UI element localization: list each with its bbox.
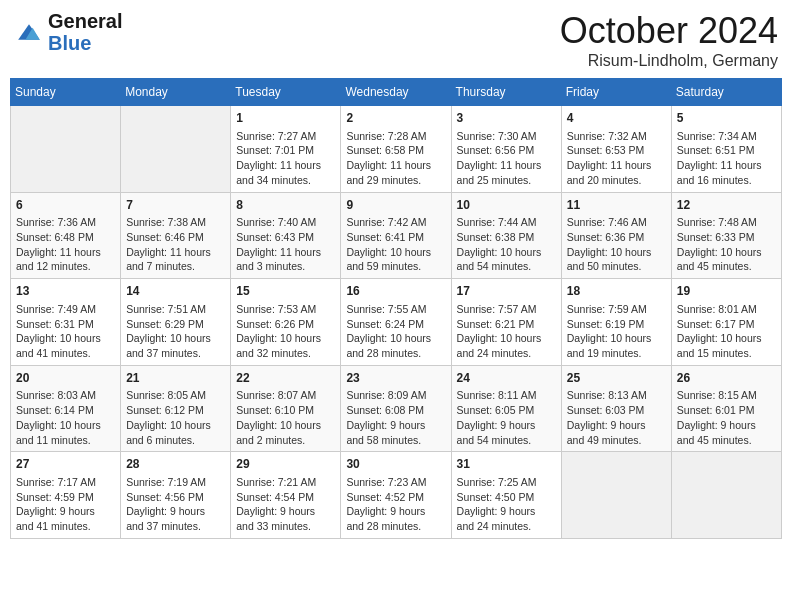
- day-info: Sunrise: 7:46 AM Sunset: 6:36 PM Dayligh…: [567, 215, 666, 274]
- day-info: Sunrise: 7:53 AM Sunset: 6:26 PM Dayligh…: [236, 302, 335, 361]
- day-info: Sunrise: 8:03 AM Sunset: 6:14 PM Dayligh…: [16, 388, 115, 447]
- day-info: Sunrise: 7:44 AM Sunset: 6:38 PM Dayligh…: [457, 215, 556, 274]
- day-number: 14: [126, 283, 225, 300]
- logo: General Blue: [14, 10, 122, 54]
- day-info: Sunrise: 7:17 AM Sunset: 4:59 PM Dayligh…: [16, 475, 115, 534]
- calendar-cell: 29Sunrise: 7:21 AM Sunset: 4:54 PM Dayli…: [231, 452, 341, 539]
- day-info: Sunrise: 7:59 AM Sunset: 6:19 PM Dayligh…: [567, 302, 666, 361]
- calendar-header-row: SundayMondayTuesdayWednesdayThursdayFrid…: [11, 79, 782, 106]
- day-number: 6: [16, 197, 115, 214]
- day-number: 30: [346, 456, 445, 473]
- day-number: 25: [567, 370, 666, 387]
- day-number: 9: [346, 197, 445, 214]
- calendar-cell: 20Sunrise: 8:03 AM Sunset: 6:14 PM Dayli…: [11, 365, 121, 452]
- calendar-cell: 11Sunrise: 7:46 AM Sunset: 6:36 PM Dayli…: [561, 192, 671, 279]
- logo-icon: [14, 23, 44, 41]
- calendar-cell: 21Sunrise: 8:05 AM Sunset: 6:12 PM Dayli…: [121, 365, 231, 452]
- weekday-header-sunday: Sunday: [11, 79, 121, 106]
- calendar-cell: 10Sunrise: 7:44 AM Sunset: 6:38 PM Dayli…: [451, 192, 561, 279]
- calendar-cell: 22Sunrise: 8:07 AM Sunset: 6:10 PM Dayli…: [231, 365, 341, 452]
- calendar-week-row: 20Sunrise: 8:03 AM Sunset: 6:14 PM Dayli…: [11, 365, 782, 452]
- calendar-cell: 14Sunrise: 7:51 AM Sunset: 6:29 PM Dayli…: [121, 279, 231, 366]
- day-number: 23: [346, 370, 445, 387]
- calendar-cell: [121, 106, 231, 193]
- day-info: Sunrise: 7:25 AM Sunset: 4:50 PM Dayligh…: [457, 475, 556, 534]
- calendar-cell: 17Sunrise: 7:57 AM Sunset: 6:21 PM Dayli…: [451, 279, 561, 366]
- calendar-cell: 15Sunrise: 7:53 AM Sunset: 6:26 PM Dayli…: [231, 279, 341, 366]
- day-number: 1: [236, 110, 335, 127]
- day-number: 16: [346, 283, 445, 300]
- logo-text-line1: General: [48, 10, 122, 32]
- logo-text-line2: Blue: [48, 32, 122, 54]
- day-number: 17: [457, 283, 556, 300]
- day-number: 12: [677, 197, 776, 214]
- calendar-week-row: 13Sunrise: 7:49 AM Sunset: 6:31 PM Dayli…: [11, 279, 782, 366]
- day-number: 24: [457, 370, 556, 387]
- day-number: 28: [126, 456, 225, 473]
- day-number: 20: [16, 370, 115, 387]
- calendar-cell: [11, 106, 121, 193]
- calendar-cell: 18Sunrise: 7:59 AM Sunset: 6:19 PM Dayli…: [561, 279, 671, 366]
- day-info: Sunrise: 7:57 AM Sunset: 6:21 PM Dayligh…: [457, 302, 556, 361]
- page-header: General Blue October 2024 Risum-Lindholm…: [10, 10, 782, 70]
- day-number: 29: [236, 456, 335, 473]
- day-number: 13: [16, 283, 115, 300]
- calendar-cell: 9Sunrise: 7:42 AM Sunset: 6:41 PM Daylig…: [341, 192, 451, 279]
- calendar-cell: 28Sunrise: 7:19 AM Sunset: 4:56 PM Dayli…: [121, 452, 231, 539]
- weekday-header-friday: Friday: [561, 79, 671, 106]
- calendar-week-row: 27Sunrise: 7:17 AM Sunset: 4:59 PM Dayli…: [11, 452, 782, 539]
- calendar-cell: 3Sunrise: 7:30 AM Sunset: 6:56 PM Daylig…: [451, 106, 561, 193]
- calendar-table: SundayMondayTuesdayWednesdayThursdayFrid…: [10, 78, 782, 539]
- weekday-header-tuesday: Tuesday: [231, 79, 341, 106]
- weekday-header-monday: Monday: [121, 79, 231, 106]
- day-number: 27: [16, 456, 115, 473]
- calendar-cell: 26Sunrise: 8:15 AM Sunset: 6:01 PM Dayli…: [671, 365, 781, 452]
- day-info: Sunrise: 7:34 AM Sunset: 6:51 PM Dayligh…: [677, 129, 776, 188]
- day-info: Sunrise: 8:07 AM Sunset: 6:10 PM Dayligh…: [236, 388, 335, 447]
- day-info: Sunrise: 7:23 AM Sunset: 4:52 PM Dayligh…: [346, 475, 445, 534]
- day-info: Sunrise: 7:27 AM Sunset: 7:01 PM Dayligh…: [236, 129, 335, 188]
- day-number: 26: [677, 370, 776, 387]
- location: Risum-Lindholm, Germany: [560, 52, 778, 70]
- day-info: Sunrise: 8:11 AM Sunset: 6:05 PM Dayligh…: [457, 388, 556, 447]
- day-info: Sunrise: 7:42 AM Sunset: 6:41 PM Dayligh…: [346, 215, 445, 274]
- day-info: Sunrise: 7:32 AM Sunset: 6:53 PM Dayligh…: [567, 129, 666, 188]
- weekday-header-thursday: Thursday: [451, 79, 561, 106]
- day-info: Sunrise: 7:40 AM Sunset: 6:43 PM Dayligh…: [236, 215, 335, 274]
- day-number: 3: [457, 110, 556, 127]
- day-info: Sunrise: 7:49 AM Sunset: 6:31 PM Dayligh…: [16, 302, 115, 361]
- calendar-cell: 25Sunrise: 8:13 AM Sunset: 6:03 PM Dayli…: [561, 365, 671, 452]
- calendar-cell: 8Sunrise: 7:40 AM Sunset: 6:43 PM Daylig…: [231, 192, 341, 279]
- day-info: Sunrise: 7:28 AM Sunset: 6:58 PM Dayligh…: [346, 129, 445, 188]
- calendar-week-row: 1Sunrise: 7:27 AM Sunset: 7:01 PM Daylig…: [11, 106, 782, 193]
- day-info: Sunrise: 7:38 AM Sunset: 6:46 PM Dayligh…: [126, 215, 225, 274]
- calendar-cell: 31Sunrise: 7:25 AM Sunset: 4:50 PM Dayli…: [451, 452, 561, 539]
- calendar-cell: 7Sunrise: 7:38 AM Sunset: 6:46 PM Daylig…: [121, 192, 231, 279]
- day-number: 2: [346, 110, 445, 127]
- day-number: 22: [236, 370, 335, 387]
- weekday-header-wednesday: Wednesday: [341, 79, 451, 106]
- calendar-cell: 16Sunrise: 7:55 AM Sunset: 6:24 PM Dayli…: [341, 279, 451, 366]
- day-number: 5: [677, 110, 776, 127]
- day-number: 10: [457, 197, 556, 214]
- day-info: Sunrise: 7:30 AM Sunset: 6:56 PM Dayligh…: [457, 129, 556, 188]
- calendar-cell: 24Sunrise: 8:11 AM Sunset: 6:05 PM Dayli…: [451, 365, 561, 452]
- day-info: Sunrise: 8:05 AM Sunset: 6:12 PM Dayligh…: [126, 388, 225, 447]
- day-info: Sunrise: 7:21 AM Sunset: 4:54 PM Dayligh…: [236, 475, 335, 534]
- weekday-header-saturday: Saturday: [671, 79, 781, 106]
- title-block: October 2024 Risum-Lindholm, Germany: [560, 10, 778, 70]
- calendar-cell: 4Sunrise: 7:32 AM Sunset: 6:53 PM Daylig…: [561, 106, 671, 193]
- day-number: 18: [567, 283, 666, 300]
- day-number: 11: [567, 197, 666, 214]
- calendar-cell: [671, 452, 781, 539]
- calendar-cell: 13Sunrise: 7:49 AM Sunset: 6:31 PM Dayli…: [11, 279, 121, 366]
- calendar-cell: 23Sunrise: 8:09 AM Sunset: 6:08 PM Dayli…: [341, 365, 451, 452]
- calendar-cell: 5Sunrise: 7:34 AM Sunset: 6:51 PM Daylig…: [671, 106, 781, 193]
- day-info: Sunrise: 7:19 AM Sunset: 4:56 PM Dayligh…: [126, 475, 225, 534]
- calendar-week-row: 6Sunrise: 7:36 AM Sunset: 6:48 PM Daylig…: [11, 192, 782, 279]
- calendar-cell: [561, 452, 671, 539]
- day-info: Sunrise: 7:36 AM Sunset: 6:48 PM Dayligh…: [16, 215, 115, 274]
- day-number: 15: [236, 283, 335, 300]
- calendar-cell: 12Sunrise: 7:48 AM Sunset: 6:33 PM Dayli…: [671, 192, 781, 279]
- day-info: Sunrise: 8:15 AM Sunset: 6:01 PM Dayligh…: [677, 388, 776, 447]
